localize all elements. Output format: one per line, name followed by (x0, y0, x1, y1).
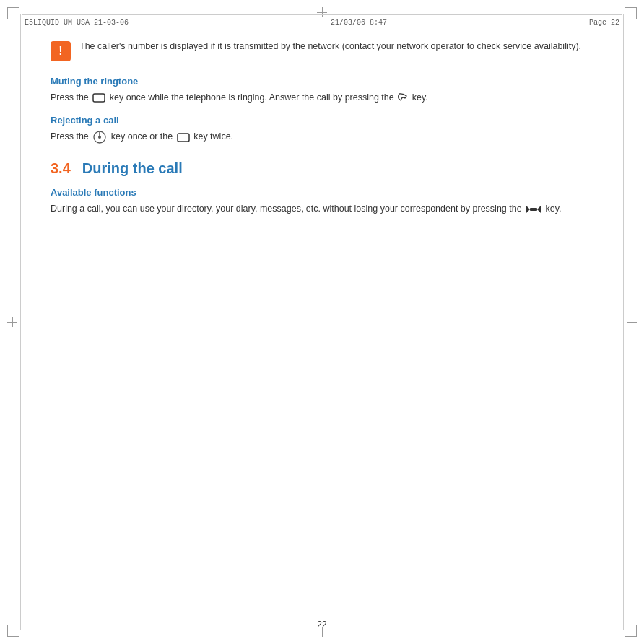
available-functions-section: Available functions During a call, you c… (51, 187, 593, 216)
muting-body: Press the key once while the telephone i… (51, 91, 593, 105)
header-left: E5LIQUID_UM_USA_21-03-06 (25, 19, 129, 27)
warning-icon: ! (51, 41, 71, 61)
rejecting-body: Press the key once or the key twice. (51, 130, 593, 144)
reg-mark-right (627, 317, 637, 327)
note-text: The caller's number is displayed if it i… (79, 40, 581, 53)
content-area: ! The caller's number is displayed if it… (51, 40, 593, 601)
nav-arrows-icon (526, 204, 541, 214)
warning-icon-symbol: ! (58, 45, 62, 57)
header-center: 21/03/06 8:47 (331, 19, 387, 27)
svg-point-2 (98, 136, 101, 139)
chapter-heading: 3.4 During the call (51, 160, 593, 177)
rejecting-section: Rejecting a call Press the key once or t… (51, 115, 593, 144)
reg-mark-left (7, 317, 17, 327)
note-box: ! The caller's number is displayed if it… (51, 40, 593, 61)
available-functions-body: During a call, you can use your director… (51, 202, 593, 216)
corner-mark-top-right (625, 7, 637, 19)
chapter-number: 3.4 (51, 160, 71, 177)
svg-marker-5 (526, 206, 530, 213)
corner-mark-bottom-right (625, 625, 637, 637)
muting-heading: Muting the ringtone (51, 76, 593, 87)
corner-mark-top-left (7, 7, 19, 19)
power-key-icon (92, 130, 107, 144)
muting-section: Muting the ringtone Press the key once w… (51, 76, 593, 105)
end-key-icon (92, 93, 105, 103)
left-border-line (20, 14, 21, 630)
chapter-title: During the call (82, 160, 183, 177)
svg-rect-0 (93, 94, 105, 102)
rejecting-heading: Rejecting a call (51, 115, 593, 126)
end-key-icon-2 (177, 133, 190, 142)
corner-mark-bottom-left (7, 625, 19, 637)
svg-rect-7 (530, 208, 537, 211)
available-functions-heading: Available functions (51, 187, 593, 198)
page-number: 22 (317, 619, 326, 630)
header-right: Page 22 (589, 19, 619, 27)
answer-key-icon (398, 92, 408, 104)
header-bar: E5LIQUID_UM_USA_21-03-06 21/03/06 8:47 P… (22, 14, 622, 30)
right-border-line (623, 14, 624, 630)
svg-marker-6 (537, 206, 541, 213)
svg-rect-4 (178, 134, 189, 142)
